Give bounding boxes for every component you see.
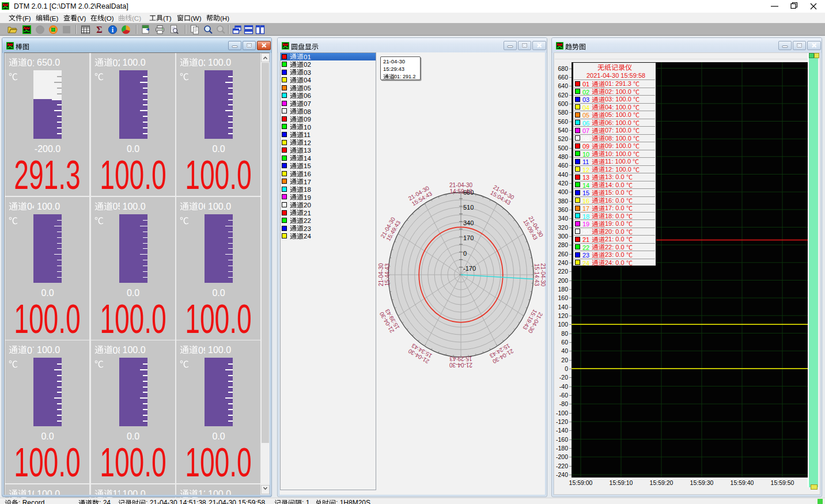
svg-text:15:14:43: 15:14:43: [533, 264, 540, 286]
svg-text:21-04-30: 21-04-30: [449, 362, 472, 368]
svg-text:0: 0: [463, 250, 467, 257]
svg-text:15:29:43: 15:29:43: [449, 355, 472, 362]
svg-text:15:44:43: 15:44:43: [384, 263, 391, 286]
svg-text:21-04-30: 21-04-30: [449, 182, 472, 188]
svg-text:-170: -170: [463, 265, 476, 272]
svg-text:340: 340: [463, 219, 474, 226]
svg-text:21-04-30: 21-04-30: [378, 263, 384, 286]
svg-text:Σ: Σ: [96, 25, 102, 35]
svg-text:170: 170: [463, 234, 474, 241]
svg-text:510: 510: [463, 204, 474, 211]
svg-text:14:59:43: 14:59:43: [450, 188, 472, 195]
svg-text:21-04-30: 21-04-30: [540, 263, 546, 286]
